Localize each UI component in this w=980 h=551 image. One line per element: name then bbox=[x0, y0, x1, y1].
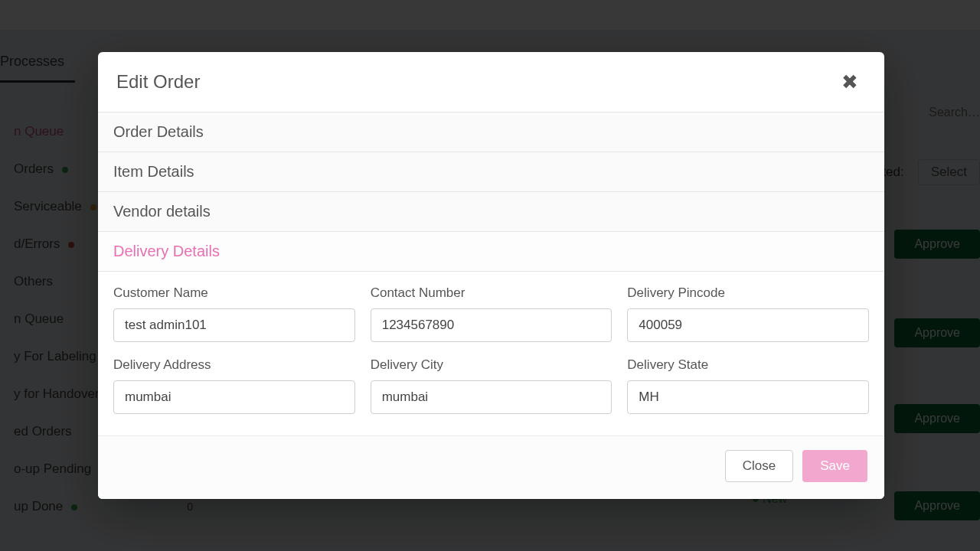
delivery-state-input[interactable] bbox=[627, 380, 869, 414]
modal-header: Edit Order ✖ bbox=[98, 52, 884, 112]
delivery-details-panel: Customer Name Contact Number Delivery Pi… bbox=[98, 272, 884, 436]
delivery-state-label: Delivery State bbox=[627, 357, 869, 373]
close-button[interactable]: Close bbox=[725, 450, 793, 482]
edit-order-modal: Edit Order ✖ Order Details Item Details … bbox=[98, 52, 884, 499]
delivery-city-input[interactable] bbox=[371, 380, 612, 414]
customer-name-input[interactable] bbox=[113, 308, 355, 342]
delivery-city-label: Delivery City bbox=[371, 357, 612, 373]
contact-number-label: Contact Number bbox=[371, 285, 612, 301]
accordion-item-details[interactable]: Item Details bbox=[98, 152, 884, 192]
delivery-pincode-label: Delivery Pincode bbox=[627, 285, 869, 301]
accordion-vendor-details[interactable]: Vendor details bbox=[98, 192, 884, 232]
delivery-address-label: Delivery Address bbox=[113, 357, 355, 373]
contact-number-input[interactable] bbox=[371, 308, 612, 342]
delivery-pincode-input[interactable] bbox=[627, 308, 869, 342]
modal-title: Edit Order bbox=[116, 71, 200, 93]
modal-footer: Close Save bbox=[98, 436, 884, 499]
accordion-delivery-details[interactable]: Delivery Details bbox=[98, 232, 884, 272]
customer-name-label: Customer Name bbox=[113, 285, 355, 301]
delivery-address-input[interactable] bbox=[113, 380, 355, 414]
close-icon[interactable]: ✖ bbox=[837, 69, 863, 95]
save-button[interactable]: Save bbox=[802, 450, 867, 482]
accordion: Order Details Item Details Vendor detail… bbox=[98, 112, 884, 436]
accordion-order-details[interactable]: Order Details bbox=[98, 112, 884, 152]
